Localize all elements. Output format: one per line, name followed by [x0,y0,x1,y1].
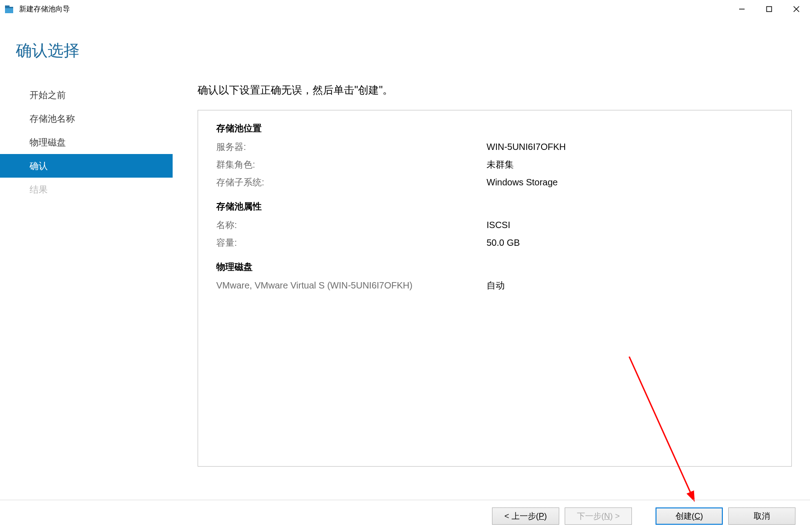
nav-step-results: 结果 [0,178,173,201]
nav-step-confirm[interactable]: 确认 [0,154,173,178]
row-cluster-role: 群集角色: 未群集 [216,156,773,174]
instruction-text: 确认以下设置正确无误，然后单击"创建"。 [198,83,792,97]
previous-button[interactable]: < 上一步(P) [492,507,559,525]
cancel-button[interactable]: 取消 [728,507,795,525]
label-name: 名称: [216,216,487,234]
nav-step-pool-name[interactable]: 存储池名称 [0,107,173,130]
label-cluster-role: 群集角色: [216,156,487,174]
minimize-button[interactable] [728,0,755,18]
app-icon [5,4,15,14]
section-pool-properties-title: 存储池属性 [216,200,773,213]
svg-rect-0 [5,8,13,13]
row-capacity: 容量: 50.0 GB [216,234,773,252]
svg-rect-4 [767,7,772,12]
window-title: 新建存储池向导 [19,5,70,14]
nav-step-before-start[interactable]: 开始之前 [0,83,173,107]
title-bar: 新建存储池向导 [0,0,810,18]
nav-step-physical-disks[interactable]: 物理磁盘 [0,130,173,154]
page-title: 确认选择 [0,18,810,61]
maximize-button[interactable] [755,0,783,18]
svg-rect-1 [5,7,13,8]
row-storage-subsystem: 存储子系统: Windows Storage [216,174,773,191]
wizard-footer: < 上一步(P) 下一步(N) > 创建(C) 取消 [0,500,810,532]
close-button[interactable] [783,0,810,18]
label-server: 服务器: [216,138,487,156]
create-button[interactable]: 创建(C) [656,507,723,525]
summary-panel: 存储池位置 服务器: WIN-5UNI6I7OFKH 群集角色: 未群集 存储子… [198,110,792,467]
section-physical-disks-title: 物理磁盘 [216,261,773,273]
value-name: ISCSI [487,216,510,234]
section-pool-location-title: 存储池位置 [216,122,773,134]
value-cluster-role: 未群集 [487,156,514,174]
label-storage-subsystem: 存储子系统: [216,174,487,191]
value-storage-subsystem: Windows Storage [487,174,558,191]
row-disk: VMware, VMware Virtual S (WIN-5UNI6I7OFK… [216,277,773,294]
value-server: WIN-5UNI6I7OFKH [487,138,566,156]
row-server: 服务器: WIN-5UNI6I7OFKH [216,138,773,156]
row-name: 名称: ISCSI [216,216,773,234]
value-capacity: 50.0 GB [487,234,520,252]
label-capacity: 容量: [216,234,487,252]
next-button: 下一步(N) > [565,507,632,525]
label-disk: VMware, VMware Virtual S (WIN-5UNI6I7OFK… [216,277,487,294]
value-disk-allocation: 自动 [487,277,505,294]
svg-rect-2 [5,5,10,7]
wizard-steps-nav: 开始之前 存储池名称 物理磁盘 确认 结果 [0,83,173,467]
